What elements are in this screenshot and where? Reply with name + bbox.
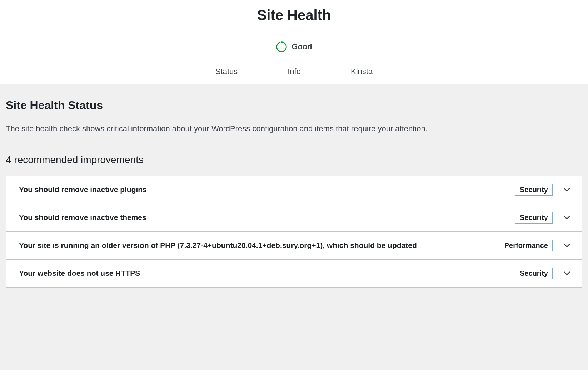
- badge-security: Security: [515, 184, 553, 196]
- accordion-item-right: Security: [515, 212, 571, 224]
- page-title: Site Health: [0, 7, 588, 23]
- section-title: Site Health Status: [6, 99, 582, 112]
- content: Site Health Status The site health check…: [0, 84, 588, 370]
- chevron-down-icon: [563, 213, 571, 222]
- svg-point-0: [277, 42, 286, 52]
- status-label: Good: [291, 42, 312, 52]
- accordion: You should remove inactive plugins Secur…: [6, 176, 582, 288]
- header: Site Health Good Status Info Kinsta: [0, 0, 588, 84]
- chevron-down-icon: [563, 269, 571, 278]
- accordion-item-title: You should remove inactive themes: [19, 212, 512, 223]
- accordion-item-inactive-themes[interactable]: You should remove inactive themes Securi…: [6, 204, 582, 232]
- badge-security: Security: [515, 268, 553, 279]
- tabs: Status Info Kinsta: [0, 67, 588, 84]
- accordion-item-right: Security: [515, 184, 571, 196]
- badge-security: Security: [515, 212, 553, 224]
- status-circle-icon: [276, 41, 287, 53]
- improvements-title: 4 recommended improvements: [6, 154, 582, 166]
- accordion-item-right: Security: [515, 268, 571, 279]
- accordion-item-title: Your website does not use HTTPS: [19, 268, 512, 279]
- chevron-down-icon: [563, 241, 571, 250]
- accordion-item-title: You should remove inactive plugins: [19, 184, 512, 195]
- status-indicator: Good: [0, 41, 588, 53]
- chevron-down-icon: [563, 185, 571, 194]
- tab-status[interactable]: Status: [215, 67, 238, 76]
- accordion-item-https[interactable]: Your website does not use HTTPS Security: [6, 260, 582, 287]
- accordion-item-right: Performance: [500, 240, 571, 251]
- badge-performance: Performance: [500, 240, 553, 251]
- tab-info[interactable]: Info: [288, 67, 301, 76]
- accordion-item-inactive-plugins[interactable]: You should remove inactive plugins Secur…: [6, 176, 582, 204]
- accordion-item-title: Your site is running an older version of…: [19, 240, 496, 251]
- section-description: The site health check shows critical inf…: [6, 123, 582, 134]
- tab-kinsta[interactable]: Kinsta: [351, 67, 373, 76]
- accordion-item-php-version[interactable]: Your site is running an older version of…: [6, 232, 582, 260]
